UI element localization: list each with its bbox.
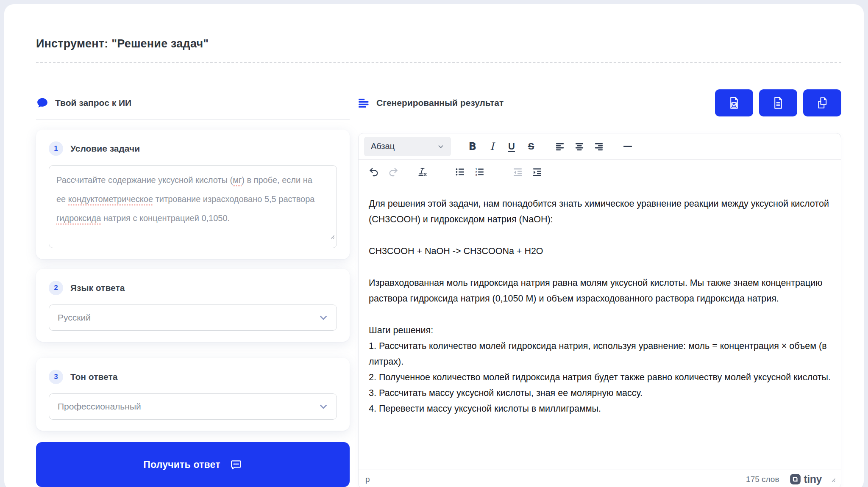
horizontal-rule-icon	[623, 146, 632, 147]
get-answer-label: Получить ответ	[143, 459, 220, 470]
step-card-tone: 3 Тон ответа Профессиональный	[36, 358, 350, 431]
clear-formatting-button[interactable]	[412, 162, 432, 182]
step-title: Язык ответа	[70, 283, 125, 293]
indent-button[interactable]	[528, 162, 547, 182]
result-panel-title: Сгенерированный результат	[376, 98, 504, 108]
editor-toolbar-row2: 123	[359, 160, 841, 184]
step-number-badge: 2	[49, 281, 63, 295]
page: Инструмент: "Решение задач" Твой запрос …	[0, 0, 868, 487]
step-number-badge: 1	[49, 141, 63, 156]
text-file-icon	[771, 96, 785, 110]
redo-button[interactable]	[384, 162, 403, 182]
chevron-down-icon	[436, 142, 445, 151]
task-text-segment: натрия с концентрацией 0,1050.	[101, 213, 230, 223]
editor-paragraph: Для решения этой задачи, нам понадобится…	[369, 196, 831, 227]
step-label: 2 Язык ответа	[49, 281, 337, 295]
chat-bubble-icon	[36, 97, 49, 109]
clear-formatting-icon	[417, 166, 428, 177]
italic-button[interactable]: I	[482, 137, 502, 156]
align-center-button[interactable]	[570, 137, 589, 156]
editor-toolbar-row1: Абзац B I U S	[359, 133, 841, 160]
result-panel-header: Сгенерированный результат	[358, 63, 841, 120]
editor-content-area[interactable]: Для решения этой задачи, нам понадобится…	[359, 184, 841, 470]
step-card-task: 1 Условие задачи Рассчитайте содержание …	[36, 130, 350, 259]
page-title: Инструмент: "Решение задач"	[36, 4, 841, 50]
bold-button[interactable]: B	[463, 137, 482, 156]
step-title: Условие задачи	[70, 144, 140, 154]
task-text-segment: Рассчитайте содержание уксусной кислоты …	[56, 175, 233, 185]
outdent-button[interactable]	[508, 162, 528, 182]
copy-result-button[interactable]	[803, 89, 841, 116]
align-right-icon	[593, 141, 604, 152]
tiny-logo[interactable]: tiny	[790, 473, 822, 485]
export-word-button[interactable]	[715, 89, 753, 116]
underline-icon: U	[508, 141, 515, 152]
request-panel-title: Твой запрос к ИИ	[55, 98, 131, 108]
paragraph-format-select[interactable]: Абзац	[364, 137, 451, 156]
outdent-icon	[512, 166, 523, 177]
step-label: 3 Тон ответа	[49, 370, 337, 384]
task-text-segment: титрование израсходовано 5,5 раствора	[153, 194, 314, 204]
editor-paragraph: CH3COOH + NaOH -> CH3COONa + H2O	[369, 244, 831, 259]
tiny-logo-text: tiny	[804, 473, 822, 485]
numbered-list-button[interactable]: 123	[470, 162, 490, 182]
indent-icon	[532, 166, 543, 177]
task-input[interactable]: Рассчитайте содержание уксусной кислоты …	[49, 165, 337, 248]
step-card-language: 2 Язык ответа Русский	[36, 269, 350, 342]
undo-icon	[368, 166, 379, 177]
chat-dots-icon	[230, 458, 242, 471]
get-answer-button[interactable]: Получить ответ	[36, 442, 350, 487]
language-select-value: Русский	[58, 313, 91, 323]
text-lines-icon	[358, 97, 370, 109]
underline-button[interactable]: U	[502, 137, 521, 156]
task-text-segment: кондуктометрическое	[68, 194, 153, 204]
redo-icon	[388, 166, 399, 177]
word-count: 175 слов	[746, 475, 779, 484]
task-text-segment: мг	[233, 175, 242, 185]
format-select-value: Абзац	[371, 141, 395, 151]
align-center-icon	[574, 141, 585, 152]
step-label: 1 Условие задачи	[49, 141, 337, 156]
strikethrough-button[interactable]: S	[521, 137, 541, 156]
svg-text:3: 3	[476, 173, 477, 177]
numbered-list-icon: 123	[474, 166, 485, 177]
element-path: p	[365, 475, 370, 484]
align-left-icon	[554, 141, 565, 152]
editor-paragraph: Изравходованная моль гидроксида натрия р…	[369, 275, 831, 307]
tone-select-value: Профессиональный	[58, 401, 141, 412]
horizontal-rule-button[interactable]	[618, 137, 637, 156]
tool-card: Инструмент: "Решение задач" Твой запрос …	[4, 4, 864, 487]
word-file-icon	[727, 96, 741, 110]
rich-text-editor: Абзац B I U S	[358, 133, 841, 487]
request-panel-header: Твой запрос к ИИ	[36, 63, 350, 120]
copy-icon	[815, 96, 829, 110]
tiny-logo-icon	[790, 473, 801, 485]
strikethrough-icon: S	[528, 141, 534, 152]
export-buttons	[715, 89, 841, 116]
editor-resize-handle[interactable]	[829, 476, 836, 482]
chevron-down-icon	[318, 401, 329, 412]
result-panel: Сгенерированный результат	[358, 63, 841, 487]
request-panel: Твой запрос к ИИ 1 Условие задачи Рассчи…	[36, 63, 350, 487]
undo-button[interactable]	[364, 162, 384, 182]
align-right-button[interactable]	[589, 137, 609, 156]
task-text-segment: гидроксида	[56, 213, 101, 223]
italic-icon: I	[490, 141, 494, 152]
chevron-down-icon	[318, 312, 329, 323]
editor-paragraph: Шаги решения:1. Рассчитать количество мо…	[369, 323, 831, 417]
tone-select[interactable]: Профессиональный	[49, 393, 337, 420]
align-left-button[interactable]	[550, 137, 570, 156]
step-title: Тон ответа	[70, 372, 117, 382]
language-select[interactable]: Русский	[49, 304, 337, 331]
textarea-resize-handle[interactable]	[328, 227, 335, 246]
bullet-list-button[interactable]	[451, 162, 470, 182]
step-number-badge: 3	[49, 370, 63, 384]
export-text-button[interactable]	[759, 89, 797, 116]
editor-status-bar: p 175 слов tiny	[359, 470, 841, 487]
bold-icon: B	[469, 141, 476, 152]
bullet-list-icon	[455, 166, 466, 177]
